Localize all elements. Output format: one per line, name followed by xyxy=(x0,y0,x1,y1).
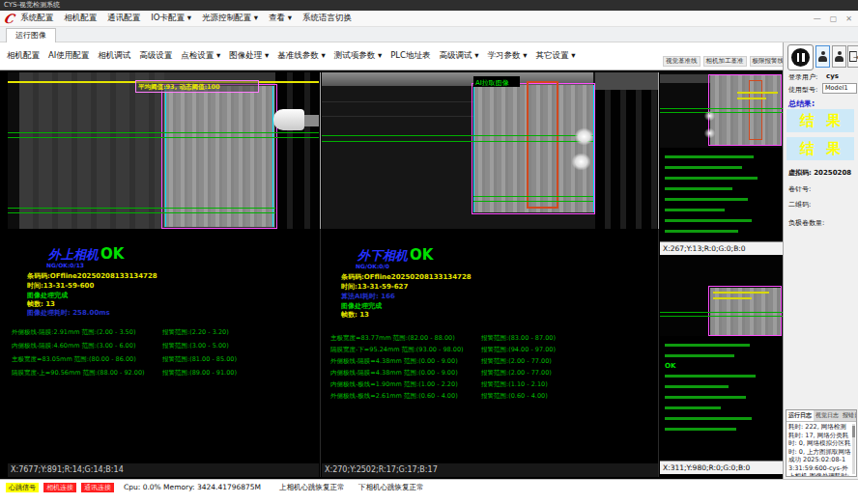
left-barcode: 条码码:OFfline20250208133134728 xyxy=(27,271,157,281)
left-camera-image[interactable]: 平均阈值:93, 动态阈值:100 xyxy=(8,72,319,229)
close-icon[interactable]: ✕ xyxy=(845,14,852,23)
preview-top-spark-1 xyxy=(704,111,715,121)
divider-center-preview xyxy=(658,72,659,229)
heartbeat-badge: 心跳信号 xyxy=(6,483,39,492)
menubar: C 系统配置 相机配置 通讯配置 IO卡配置 ▾ 光源控制配置 ▾ 查看 ▾ 系… xyxy=(0,11,858,27)
pause-button[interactable] xyxy=(787,44,814,70)
tool-plc-address-table[interactable]: PLC地址表 xyxy=(390,50,430,62)
preview-text-bar xyxy=(665,219,752,222)
left-image-right-bars xyxy=(275,72,319,229)
preview-top-image[interactable] xyxy=(660,72,783,148)
tool-learning-params[interactable]: 学习参数 ▾ xyxy=(487,50,527,62)
app-window: CYS-视觉检测系统 C 系统配置 相机配置 通讯配置 IO卡配置 ▾ 光源控制… xyxy=(0,0,858,504)
preview-text-bar xyxy=(665,187,732,190)
control-panel: → 登录用户: cys 使用型号: Model1 总结果: 结果 结果 虚拟码:… xyxy=(783,42,858,479)
center-overlay-orange-rect xyxy=(527,81,558,209)
preview-bottom-yellow-text-bar-2 xyxy=(713,297,752,299)
login-user-value: cys xyxy=(826,72,839,80)
preview-bottom-text-area: OK xyxy=(660,336,783,461)
tool-test-params[interactable]: 测试项参数 ▾ xyxy=(334,50,382,62)
left-measurement-label-2: 内侧极线-隔膜:4.60mm 范围:(3.00 - 6.00) xyxy=(12,342,135,350)
tool-advanced-settings[interactable]: 高级设置 xyxy=(139,50,172,62)
center-measurement-label-4: 内侧极线-隔膜=4.38mm 范围:(0.00 - 9.00) xyxy=(330,369,458,378)
left-measurement-label-4: 隔膜宽度-上=90.56mm 范围:(88.00 - 92.00) xyxy=(12,369,145,378)
left-time: 时间:13-31-59-600 xyxy=(27,281,94,291)
log-scrollbar[interactable] xyxy=(852,424,855,474)
camera-link-badge: 相机连接 xyxy=(43,483,76,492)
center-measurement-alarm-6: 报警范围:(0.60 - 4.00) xyxy=(481,392,548,401)
preview-text-bar xyxy=(665,428,736,431)
tool-spotcheck-settings[interactable]: 点检设置 ▾ xyxy=(181,50,220,62)
model-label: 使用型号: xyxy=(788,85,817,95)
preview-bottom-image[interactable] xyxy=(660,257,783,336)
preview-header-baseline[interactable]: 视觉基准线 xyxy=(663,56,701,67)
exit-door-icon: → xyxy=(849,51,857,62)
preview-bottom-result: OK xyxy=(665,362,675,370)
center-image-faint-line-2 xyxy=(322,116,473,117)
center-image-faint-line-1 xyxy=(322,101,473,102)
tool-advanced-debug[interactable]: 高级调试 ▾ xyxy=(440,50,479,62)
maximize-icon[interactable]: ▢ xyxy=(830,14,838,23)
user-switch-button[interactable] xyxy=(832,45,846,68)
center-camera-result: OK xyxy=(410,246,433,264)
preview-text-bar xyxy=(665,155,754,158)
preview-header-process-ref[interactable]: 相机加工基准 xyxy=(703,56,747,67)
center-measurement-label-2: 隔膜宽度-下=95.24mm 范围:(93.00 - 98.00) xyxy=(330,346,464,354)
center-measurement-alarm-4: 报警范围:(2.00 - 77.00) xyxy=(481,369,552,378)
menu-language-switch[interactable]: 系统语言切换 xyxy=(302,13,352,24)
user-icon xyxy=(835,51,844,63)
tool-image-processing[interactable]: 图像处理 ▾ xyxy=(229,50,269,62)
tab-run-image[interactable]: 运行图像 xyxy=(6,28,56,42)
tool-other-settings[interactable]: 其它设置 ▾ xyxy=(535,50,575,62)
preview-text-bar xyxy=(665,209,725,211)
tool-camera-debug[interactable]: 相机调试 xyxy=(98,50,130,62)
preview-text-bar xyxy=(665,198,748,201)
left-measurement-label-1: 外侧极线-隔膜:2.91mm 范围:(2.00 - 3.50) xyxy=(12,328,135,337)
model-input[interactable]: Model1 xyxy=(822,83,857,94)
preview-header-alarm-line[interactable]: 极限报警线 xyxy=(750,56,787,67)
left-overlay-green-line-2 xyxy=(8,137,319,138)
left-camera-name: 外上相机 xyxy=(48,247,99,262)
menu-camera-config[interactable]: 相机配置 xyxy=(64,13,97,24)
menu-view[interactable]: 查看 ▾ xyxy=(269,13,292,24)
preview-top-yellow-text-bar-1 xyxy=(737,92,778,94)
left-overlay-green-line-1 xyxy=(8,132,319,133)
log-tab-vision[interactable]: 视觉日志 xyxy=(814,410,841,421)
preview-text-bar xyxy=(665,385,729,388)
left-measurement-label-3: 主极宽度=83.05mm 范围:(80.00 - 86.00) xyxy=(12,355,136,364)
preview-top-green-line-2 xyxy=(660,112,783,113)
left-camera-result: OK xyxy=(100,245,124,263)
left-elapsed: 图像处理耗时: 258.00ms xyxy=(27,308,110,318)
menu-io-config[interactable]: IO卡配置 ▾ xyxy=(151,13,191,24)
center-ngok-counter: NG/OK:0/0 xyxy=(356,263,389,269)
center-overlay-cyan-line-a xyxy=(473,85,474,212)
left-ngok-counter: NG/OK:0/13 xyxy=(46,262,84,268)
minimize-icon[interactable]: — xyxy=(814,14,821,23)
anode-roll-count-label: 负极卷数量: xyxy=(788,218,824,228)
preview-top-spark-2 xyxy=(704,128,715,138)
tool-camera-config[interactable]: 相机配置 xyxy=(7,50,40,62)
preview-top-yellow-text-bar-2 xyxy=(737,98,766,99)
log-tab-run[interactable]: 运行日志 xyxy=(786,410,814,421)
tool-ai-usage-config[interactable]: AI使用配置 xyxy=(48,50,89,62)
exit-button[interactable]: → xyxy=(847,45,858,68)
center-spark-blob-2 xyxy=(572,154,590,170)
left-measurement-alarm-4: 报警范围:(89.00 - 91.00) xyxy=(162,369,237,378)
menu-comm-config[interactable]: 通讯配置 xyxy=(107,13,140,24)
left-overlay-green-line-4 xyxy=(8,212,275,213)
center-cursor-coords: X:270;Y:2502;R:17;G:17;B:17 xyxy=(322,463,658,477)
menu-system-config[interactable]: 系统配置 xyxy=(20,13,53,24)
divider-left-center xyxy=(320,72,321,229)
center-time: 时间:13-31-59-627 xyxy=(341,282,408,292)
left-measurement-alarm-2: 报警范围:(3.00 - 5.00) xyxy=(162,342,229,350)
log-tab-error[interactable]: 报错日志 xyxy=(841,410,857,421)
menu-light-config[interactable]: 光源控制配置 ▾ xyxy=(202,13,258,24)
app-logo-icon: C xyxy=(2,12,15,26)
center-measurement-label-3: 外侧极线-隔膜=4.38mm 范围:(0.00 - 9.00) xyxy=(330,357,458,366)
center-camera-image[interactable]: AI拉取图像 xyxy=(322,72,658,229)
heartbeat-message: 上相机心跳恢复正常 下相机心跳恢复正常 xyxy=(279,483,423,492)
user-login-button[interactable] xyxy=(815,45,830,68)
tool-baseline-params[interactable]: 基准线参数 ▾ xyxy=(277,50,325,62)
left-overlay-cyan-line-a xyxy=(165,86,166,227)
center-ai-label: AI拉取图像 xyxy=(475,78,509,88)
